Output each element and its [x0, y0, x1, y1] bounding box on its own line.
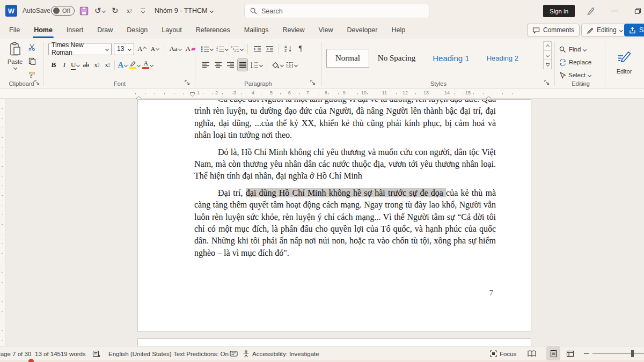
show-hide-marks-button[interactable]: ¶ [296, 43, 305, 55]
style-item[interactable]: Heading 1 [424, 49, 478, 67]
grow-font-button[interactable]: A [136, 42, 147, 55]
borders-button[interactable] [286, 59, 297, 71]
styles-scroll-down-button[interactable] [543, 50, 552, 60]
ribbon-tab[interactable]: File [2, 21, 27, 39]
shrink-font-button[interactable]: A [149, 42, 160, 55]
ribbon-tab[interactable]: Design [120, 21, 155, 39]
language-indicator[interactable]: English (United States) [108, 346, 172, 361]
zoom-slider-track[interactable] [592, 353, 644, 354]
ribbon-tab[interactable]: Mailings [237, 21, 276, 39]
font-dialog-launcher[interactable] [185, 80, 191, 86]
styles-scroll-up-button[interactable] [543, 41, 552, 51]
justify-button[interactable] [238, 59, 247, 71]
multilevel-list-button[interactable] [231, 43, 243, 55]
increase-indent-button[interactable] [265, 43, 274, 55]
font-name-combo[interactable]: Times New Roman [48, 43, 112, 55]
word-logo[interactable]: W [5, 0, 17, 21]
document-title-button[interactable]: Nhóm 9 - TTHCM [155, 0, 213, 21]
superscript-button[interactable]: x2 [102, 58, 113, 71]
paragraph[interactable]: Đại trí, đại dũng Hồ Chí Minh không hề s… [194, 187, 496, 259]
web-layout-button[interactable] [566, 346, 574, 361]
accessibility-indicator[interactable]: Accessibility: Investigate [243, 346, 319, 361]
italic-button[interactable]: I [59, 58, 70, 71]
highlight-color-button[interactable] [128, 58, 141, 71]
text-predictions-indicator[interactable]: Text Predictions: On [173, 346, 229, 361]
styles-dialog-launcher[interactable] [544, 80, 551, 86]
bold-button[interactable]: B [48, 58, 59, 71]
focus-button[interactable]: Focus [490, 346, 516, 361]
numbering-button[interactable] [216, 43, 228, 55]
bullets-button[interactable] [201, 43, 213, 55]
align-left-button[interactable] [201, 59, 210, 71]
ribbon-tab[interactable]: Review [276, 21, 312, 39]
pen-sparkle-icon[interactable] [586, 0, 596, 21]
cut-button[interactable] [26, 41, 39, 53]
ribbon-tab[interactable]: View [312, 21, 340, 39]
zoom-slider-handle[interactable] [631, 350, 634, 357]
strikethrough-button[interactable]: ab [80, 58, 91, 71]
ribbon-tab[interactable]: Draw [90, 21, 120, 39]
editor-button[interactable]: Editor [609, 41, 640, 83]
paragraph[interactable]: Đó là, Hồ Chí Minh không chỉ yêu thương … [194, 146, 496, 182]
subscript-button[interactable]: x2 [91, 58, 102, 71]
word-count[interactable]: 13 of 14519 words [35, 346, 86, 361]
subscript-quick-button[interactable]: x2 [127, 0, 132, 21]
minimize-button[interactable] [611, 11, 618, 11]
change-case-button[interactable]: Aa [168, 42, 182, 55]
autosave-toggle[interactable]: Off [51, 0, 75, 21]
sign-in-button[interactable]: Sign in [543, 5, 575, 17]
ribbon-tab[interactable]: Home [27, 21, 60, 39]
restore-window-button[interactable] [634, 0, 641, 21]
sort-button[interactable]: AZ [283, 43, 293, 55]
format-painter-button[interactable] [26, 69, 39, 81]
zoom-out-button[interactable] [584, 353, 589, 354]
read-mode-button[interactable] [528, 346, 536, 361]
ribbon-tab[interactable]: Help [384, 21, 412, 39]
print-layout-button[interactable] [546, 346, 560, 361]
share-button[interactable]: Share [624, 24, 644, 36]
underline-button[interactable]: U [70, 58, 80, 71]
paste-button[interactable]: Paste [4, 42, 26, 77]
search-input[interactable] [261, 8, 423, 15]
select-button[interactable]: Select [559, 70, 591, 80]
align-center-button[interactable] [213, 59, 223, 71]
style-item[interactable]: No Spacing [369, 49, 424, 67]
text-effects-button[interactable]: A [116, 58, 128, 71]
style-item[interactable]: Normal [326, 49, 369, 68]
document-page[interactable]: Cả cuộc đời Người là một tấm gương vĩ đạ… [137, 99, 531, 331]
selected-text[interactable]: đại dũng Hồ Chí Minh không hề sợ hãi trư… [246, 188, 446, 197]
first-line-indent-marker[interactable] [190, 89, 195, 99]
editing-group: Find Replace Select Editing [556, 39, 605, 88]
line-spacing-button[interactable] [250, 59, 262, 71]
search-box[interactable] [244, 4, 429, 18]
styles-more-button[interactable] [543, 60, 552, 69]
customize-toolbar-button[interactable] [141, 0, 145, 21]
redo-button[interactable]: ↻ [112, 0, 119, 21]
vertical-ruler[interactable] [0, 99, 5, 346]
save-button[interactable] [79, 0, 89, 21]
ribbon-tab[interactable]: Developer [340, 21, 384, 39]
proofing-errors-icon[interactable] [92, 346, 101, 361]
paragraph[interactable]: Cả cuộc đời Người là một tấm gương vĩ đạ… [194, 99, 496, 142]
document-canvas[interactable]: Cả cuộc đời Người là một tấm gương vĩ đạ… [0, 99, 644, 346]
page-indicator[interactable]: Page 7 of 30 [0, 346, 31, 361]
redo-icon: ↻ [112, 6, 119, 16]
clipboard-dialog-launcher[interactable] [34, 80, 41, 86]
style-item[interactable]: Heading 2 [478, 50, 527, 67]
find-button[interactable]: Find [559, 44, 586, 55]
editing-mode-button[interactable]: Editing [581, 24, 628, 36]
align-right-button[interactable] [225, 59, 235, 71]
shading-button[interactable] [272, 59, 283, 71]
text-predictions-icon[interactable] [230, 346, 238, 361]
comments-button[interactable]: Comments [527, 24, 580, 36]
paragraph-dialog-launcher[interactable] [310, 80, 317, 86]
replace-button[interactable]: Replace [559, 57, 591, 68]
ribbon-tab[interactable]: Layout [155, 21, 189, 39]
font-color-button[interactable]: A [141, 58, 154, 71]
ribbon-tab[interactable]: Insert [60, 21, 90, 39]
copy-button[interactable] [26, 55, 39, 67]
decrease-indent-button[interactable] [252, 43, 262, 55]
undo-button[interactable]: ↺ [94, 0, 105, 21]
ribbon-tab[interactable]: References [189, 21, 237, 39]
font-size-combo[interactable]: 13 [114, 43, 134, 55]
